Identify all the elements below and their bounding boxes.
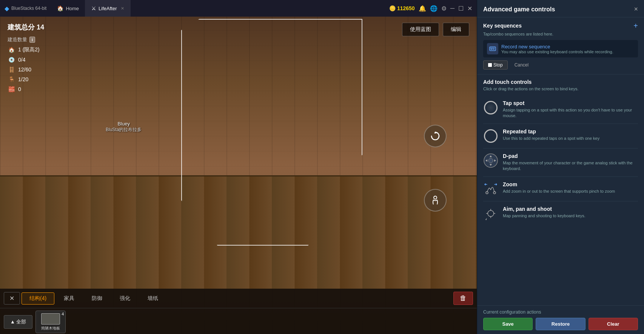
bell-icon[interactable]: 🔔 (419, 5, 426, 12)
sidebar-panel: Advanced game controls × Key sequences +… (477, 0, 644, 334)
game-floor (0, 175, 477, 289)
rotate-icon (430, 130, 441, 142)
svg-rect-7 (490, 49, 493, 49)
tab-furniture[interactable]: 家具 (56, 292, 82, 305)
wall-icon: 🧱 (8, 85, 15, 93)
disk-icon: 💿 (8, 56, 15, 63)
maximize-icon[interactable]: ☐ (458, 5, 464, 12)
character-name: Bluey BluSta的拉布拉多 (106, 121, 142, 133)
app-name: BlueStacks 64-bit (11, 6, 46, 11)
coin-icon: 🪙 (389, 5, 396, 11)
sidebar-bottom: Current configuration actions Save Resto… (477, 305, 644, 334)
bluestacks-logo: ◆ BlueStacks 64-bit (0, 5, 51, 12)
controls-list: Tap spot Assign tapping on a spot with t… (477, 96, 644, 305)
tab-close-btn[interactable]: ✕ (4, 292, 20, 305)
bottom-bar: ✕ 结构(4) 家具 防御 强化 墙纸 🗑 ▲ 全部 4 (0, 289, 477, 334)
ks-header: Key sequences + (483, 22, 638, 29)
keyboard-icon (489, 45, 496, 53)
tab-lifeafter[interactable]: ⚔ LifeAfter ✕ (85, 0, 130, 17)
tc-desc: Click or drag the actions on the screen … (483, 87, 638, 91)
ks-add-button[interactable]: + (633, 22, 638, 29)
tab-close-icon[interactable]: ✕ (121, 6, 124, 11)
hud-row-furniture: 🪑 1/20 (8, 76, 44, 83)
game-icon: ⚔ (91, 5, 96, 11)
control-dpad[interactable]: D-pad Map the movement of your character… (483, 148, 638, 177)
ks-title: Key sequences (483, 23, 522, 29)
control-zoom[interactable]: Zoom Add zoom in or out to the screen th… (483, 177, 638, 201)
blueprint-button[interactable]: 使用蓝图 (402, 23, 439, 36)
action-buttons: Save Restore Clear (483, 318, 638, 330)
hud-score: 建筑总分 14 (8, 23, 44, 32)
item-card-floor[interactable]: 4 简陋木地板 (35, 311, 66, 333)
edit-button[interactable]: 编辑 (443, 23, 469, 36)
ks-buttons: Stop Cancel (483, 60, 638, 70)
svg-point-1 (434, 196, 437, 199)
clear-button[interactable]: Clear (589, 318, 638, 330)
control-tap-spot[interactable]: Tap spot Assign tapping on a spot with t… (483, 96, 638, 124)
tab-wallpaper[interactable]: 墙纸 (140, 292, 166, 305)
ks-record-link[interactable]: Record new sequence (501, 44, 634, 49)
stop-icon (488, 63, 492, 67)
stair-icon: 🪜 (8, 66, 15, 73)
ks-stop-button[interactable]: Stop (483, 60, 508, 70)
action-button-1[interactable] (424, 125, 447, 147)
furniture-icon: 🪑 (8, 76, 15, 83)
topbar-close-icon[interactable]: ✕ (467, 5, 472, 12)
coin-display: 🪙 112650 (389, 5, 415, 11)
tab-structure[interactable]: 结构(4) (22, 292, 54, 305)
hud-topleft: 建筑总分 14 建造数量 i 🏠 1 (限高2) 💿 0/4 🪜 12/60 🪑… (8, 23, 44, 95)
svg-point-13 (488, 210, 494, 216)
house-icon: 🏠 (8, 46, 15, 54)
repeated-tap-info: Repeated tap Use this to add repeated ta… (503, 128, 638, 141)
aim-pan-shoot-info: Aim, pan and shoot Map panning and shoot… (503, 206, 638, 219)
svg-rect-4 (491, 48, 492, 48)
svg-rect-5 (493, 48, 493, 48)
repeated-tap-icon (483, 128, 498, 144)
tab-defense[interactable]: 防御 (84, 292, 110, 305)
info-icon[interactable]: i (29, 37, 35, 43)
dpad-info: D-pad Map the movement of your character… (503, 153, 638, 172)
topbar-right: 🪙 112650 🔔 🌐 ⚙ ─ ☐ ✕ (389, 5, 477, 12)
tab-enhance[interactable]: 强化 (112, 292, 138, 305)
hud-row-wall: 🧱 0 (8, 85, 44, 93)
sidebar-header: Advanced game controls × (477, 0, 644, 17)
item-name: 简陋木地板 (41, 326, 60, 331)
item-count: 4 (62, 312, 64, 316)
globe-icon[interactable]: 🌐 (430, 5, 438, 12)
item-preview (41, 313, 60, 325)
zoom-info: Zoom Add zoom in or out to the screen th… (503, 181, 638, 194)
svg-rect-6 (494, 48, 495, 48)
tap-spot-icon (483, 100, 498, 115)
touch-controls-section: Add touch controls Click or drag the act… (477, 74, 644, 96)
svg-rect-3 (490, 48, 491, 48)
hud-row-house: 🏠 1 (限高2) (8, 46, 44, 54)
bottom-tabs: ✕ 结构(4) 家具 防御 强化 墙纸 🗑 (0, 289, 477, 308)
ks-cancel-button[interactable]: Cancel (510, 60, 533, 70)
svg-rect-8 (493, 49, 495, 49)
ks-record-icon (487, 43, 498, 54)
svg-point-10 (488, 158, 493, 163)
crouch-icon (430, 195, 441, 206)
control-repeated-tap[interactable]: Repeated tap Use this to add repeated ta… (483, 124, 638, 148)
control-aim-pan-shoot[interactable]: Aim, pan and shoot Map panning and shoot… (483, 201, 638, 226)
ks-desc: Tap/combo sequences are listed here. (483, 32, 638, 36)
tap-spot-info: Tap spot Assign tapping on a spot with t… (503, 100, 638, 119)
minimize-icon[interactable]: ─ (450, 5, 454, 12)
settings-icon[interactable]: ⚙ (441, 5, 447, 12)
sidebar-close-button[interactable]: × (634, 5, 638, 13)
action-button-2[interactable] (424, 189, 447, 212)
bottom-items: ▲ 全部 4 简陋木地板 (0, 308, 477, 334)
ks-record-row: Record new sequence You may also use exi… (483, 40, 638, 57)
restore-button[interactable]: Restore (536, 318, 585, 330)
delete-button[interactable]: 🗑 (453, 292, 473, 305)
tc-title: Add touch controls (483, 79, 638, 85)
hud-topright: 使用蓝图 编辑 (402, 23, 469, 36)
save-button[interactable]: Save (483, 318, 533, 330)
home-icon: 🏠 (57, 5, 63, 11)
all-button[interactable]: ▲ 全部 (4, 315, 32, 329)
hud-row-stair: 🪜 12/60 (8, 66, 44, 73)
hud-build-count-label: 建造数量 i (8, 36, 44, 43)
tab-home[interactable]: 🏠 Home (51, 0, 85, 17)
ks-record-sub: You may also use existing keyboard contr… (501, 49, 634, 54)
dpad-icon (483, 153, 498, 168)
